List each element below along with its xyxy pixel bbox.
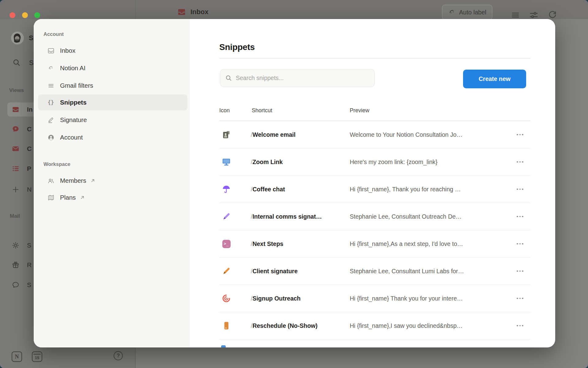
sidebar-item-refer[interactable]: R <box>12 261 32 269</box>
sidebar-item-new-view[interactable]: N <box>12 186 32 194</box>
settings-item-snippets[interactable]: {} Snippets <box>38 94 187 110</box>
column-header-preview: Preview <box>350 107 369 114</box>
calendar-icon[interactable]: 15 <box>32 351 42 362</box>
calendar-top-bar <box>33 354 41 355</box>
row-menu-button[interactable] <box>511 265 529 277</box>
monitor-icon <box>222 157 231 167</box>
snippet-preview: Hi {first_name} Thank you for your inter… <box>350 295 463 302</box>
snippet-shortcut: /Coffee chat <box>251 186 285 193</box>
sliders-icon[interactable] <box>529 10 539 20</box>
table-row[interactable]: /Signup Outreach Hi {first_name} Thank y… <box>219 285 530 312</box>
snippet-shortcut: /Zoom Link <box>251 159 283 166</box>
snippet-shortcut: /Client signature <box>251 268 298 275</box>
bg-profile-name: S <box>29 34 33 42</box>
snippet-shortcut: /Next Steps <box>251 240 283 247</box>
inbox-icon <box>47 47 55 54</box>
table-row[interactable]: /Reschedule (No-Show) Hi {first_name},I … <box>219 312 530 339</box>
divider <box>219 58 530 59</box>
table-row[interactable]: /Welcome email Welcome to Your Notion Co… <box>219 121 530 148</box>
settings-item-gmail-filters[interactable]: Gmail filters <box>38 78 187 94</box>
bg-app-header <box>0 0 588 19</box>
row-menu-button[interactable] <box>511 292 529 305</box>
desktop: Inbox Auto label S S Views In C C P <box>0 0 588 368</box>
row-menu-button[interactable] <box>511 156 529 168</box>
snippet-preview: Hi {first_name}, Thank you for reaching … <box>350 186 461 193</box>
envelope-icon <box>12 145 20 153</box>
refresh-icon[interactable] <box>548 10 557 19</box>
close-window-button[interactable] <box>9 12 15 18</box>
page-title: Snippets <box>219 42 255 52</box>
signature-pen-icon <box>47 117 55 124</box>
auto-label-button[interactable]: Auto label <box>442 5 492 20</box>
help-button[interactable]: ? <box>114 351 123 360</box>
bg-inbox-title: Inbox <box>177 7 209 17</box>
filter-lines-icon <box>47 82 55 89</box>
inbox-icon <box>177 7 186 17</box>
contact-card-icon <box>222 130 231 139</box>
sidebar-item-settings[interactable]: S <box>12 241 31 249</box>
avatar[interactable] <box>11 32 24 44</box>
notion-logo[interactable]: N <box>12 351 22 362</box>
bg-page-title: Inbox <box>190 8 209 16</box>
snippet-shortcut: /Internal comms signat… <box>251 213 322 220</box>
snippet-preview: Hi {first_name},As a next step, I'd love… <box>350 240 463 247</box>
notion-mail-window: Inbox Auto label S S Views In C C P <box>0 0 588 368</box>
table-row[interactable]: >_ /Next Steps Hi {first_name},As a next… <box>219 230 530 258</box>
table-row[interactable]: /Coffee chat Hi {first_name}, Thank you … <box>219 176 530 203</box>
settings-item-account[interactable]: Account <box>38 129 187 145</box>
snippet-search <box>220 69 375 87</box>
notion-ai-icon <box>448 8 456 16</box>
inbox-icon <box>12 105 20 113</box>
person-circle-icon <box>47 134 55 141</box>
search-icon <box>225 75 232 82</box>
notion-ai-icon <box>47 65 55 72</box>
plus-icon <box>12 186 20 194</box>
settings-item-plans[interactable]: Plans <box>38 190 187 205</box>
settings-sidebar: Account Inbox Notion AI Gmail filters {}… <box>34 19 190 347</box>
mail-section-label: Mail <box>10 213 20 219</box>
snippet-preview: Stephanie Lee, Consultant Lumi Labs for… <box>350 268 464 275</box>
external-link-icon <box>79 194 85 201</box>
snippet-shortcut: /Welcome email <box>251 131 296 138</box>
table-row[interactable]: /Zoom Link Here's my zoom link: {zoom_li… <box>219 148 530 176</box>
settings-modal: Account Inbox Notion AI Gmail filters {}… <box>34 19 555 347</box>
row-menu-button[interactable] <box>511 183 529 195</box>
row-menu-button[interactable] <box>511 210 529 223</box>
table-row[interactable]: /Client signature Stephanie Lee, Consult… <box>219 258 530 285</box>
table-row[interactable]: /Internal comms signat… Stephanie Lee, C… <box>219 203 530 230</box>
row-menu-button[interactable] <box>511 320 529 332</box>
next-row-icon-peek <box>221 345 226 347</box>
umbrella-icon <box>222 185 231 194</box>
target-icon <box>222 294 231 303</box>
search-input[interactable] <box>236 75 370 82</box>
settings-item-inbox[interactable]: Inbox <box>38 43 187 59</box>
settings-item-members[interactable]: Members <box>38 173 187 189</box>
snippet-preview: Here's my zoom link: {zoom_link} <box>350 159 438 166</box>
terminal-icon: >_ <box>222 239 231 248</box>
settings-item-notion-ai[interactable]: Notion AI <box>38 60 187 76</box>
map-icon <box>47 194 55 201</box>
snippets-table: /Welcome email Welcome to Your Notion Co… <box>219 121 530 339</box>
snippet-shortcut: /Signup Outreach <box>251 295 301 302</box>
row-menu-button[interactable] <box>511 128 529 141</box>
search-icon[interactable] <box>12 58 21 67</box>
settings-item-signature[interactable]: Signature <box>38 112 187 128</box>
gear-icon <box>12 241 20 249</box>
sidebar-item-list-view[interactable]: P <box>12 165 31 173</box>
sidebar-item-inbox[interactable]: In <box>12 105 33 113</box>
sidebar-item-mail-view[interactable]: C <box>12 145 32 153</box>
sidebar-item-support[interactable]: S <box>12 281 31 289</box>
create-new-button[interactable]: Create new <box>463 70 526 88</box>
minimize-window-button[interactable] <box>22 12 28 18</box>
snippet-shortcut: /Reschedule (No-Show) <box>251 322 318 329</box>
sidebar-item-comments[interactable]: C <box>12 125 32 133</box>
filter-lines-icon[interactable] <box>510 10 521 20</box>
bg-search-label: S <box>29 59 34 67</box>
account-section-label: Account <box>43 31 64 37</box>
workspace-section-label: Workspace <box>43 161 70 167</box>
external-link-icon <box>90 178 96 184</box>
column-header-shortcut: Shortcut <box>252 107 272 114</box>
zoom-window-button[interactable] <box>34 12 40 18</box>
chat-bubble-icon <box>12 281 20 289</box>
row-menu-button[interactable] <box>511 238 529 250</box>
